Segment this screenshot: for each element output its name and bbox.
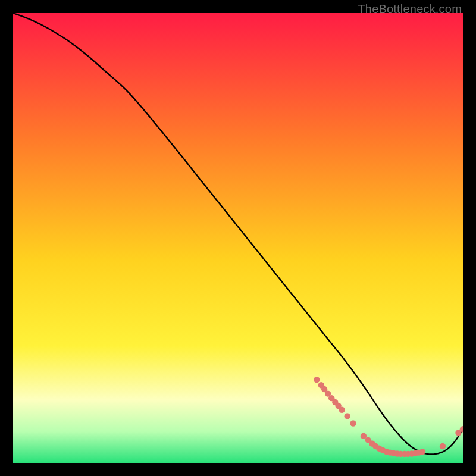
data-point	[314, 377, 320, 383]
bottleneck-curve	[13, 13, 463, 455]
plot-area	[13, 13, 463, 463]
data-point	[339, 407, 345, 413]
curve-markers	[314, 377, 463, 457]
curve-layer	[13, 13, 463, 463]
data-point	[419, 449, 425, 455]
data-point	[440, 443, 446, 449]
data-point	[350, 420, 356, 426]
data-point	[345, 413, 350, 419]
chart-container: TheBottleneck.com	[0, 0, 476, 476]
